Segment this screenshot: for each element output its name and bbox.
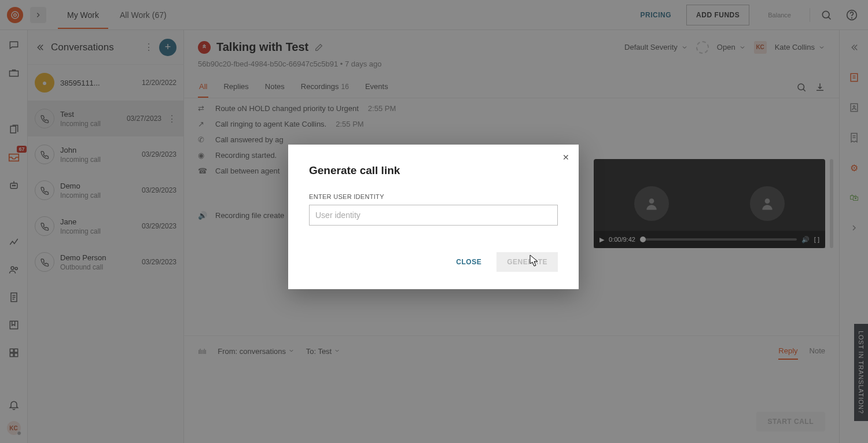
generate-call-link-modal: ✕ Generate call link ENTER USER IDENTITY… bbox=[288, 145, 579, 289]
modal-label: ENTER USER IDENTITY bbox=[309, 193, 558, 200]
close-button[interactable]: CLOSE bbox=[447, 252, 491, 272]
modal-title: Generate call link bbox=[309, 164, 558, 177]
close-icon[interactable]: ✕ bbox=[562, 153, 569, 162]
user-identity-input[interactable] bbox=[309, 205, 558, 226]
cursor-icon bbox=[529, 254, 539, 267]
generate-button[interactable]: GENERATE bbox=[496, 252, 558, 272]
